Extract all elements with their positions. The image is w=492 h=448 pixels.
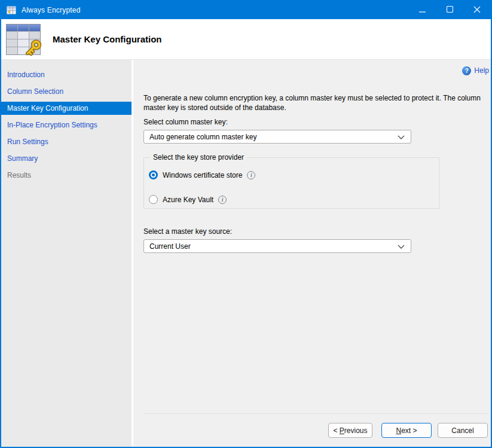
maximize-button[interactable]	[436, 1, 463, 19]
master-key-source-select[interactable]: Current User	[143, 239, 411, 253]
window-title: Always Encrypted	[22, 6, 81, 14]
radio-selected-icon[interactable]	[149, 170, 158, 179]
close-icon	[473, 6, 481, 15]
sidebar-item-in-place-encryption-settings[interactable]: In-Place Encryption Settings	[1, 118, 132, 132]
chevron-down-icon	[398, 242, 405, 251]
master-key-source-label: Select a master key source:	[143, 227, 489, 236]
chevron-down-icon	[398, 133, 405, 141]
previous-button-label: < Previous	[333, 426, 367, 435]
close-button[interactable]	[463, 1, 491, 19]
page-title: Master Key Configuration	[53, 34, 162, 44]
column-master-key-value: Auto generate column master key	[149, 133, 398, 141]
sidebar-item-master-key-configuration[interactable]: Master Key Configuration	[1, 102, 132, 115]
key-store-provider-group: Select the key store provider Windows ce…	[143, 153, 439, 209]
radio-unselected-icon[interactable]	[149, 195, 158, 204]
minimize-icon	[419, 6, 426, 14]
previous-button[interactable]: < Previous	[328, 423, 372, 438]
sidebar-item-introduction[interactable]: Introduction	[1, 68, 132, 81]
radio-windows-certificate-store[interactable]: Windows certificate store	[149, 170, 439, 180]
intro-text: To generate a new column encryption key,…	[143, 93, 489, 112]
info-icon[interactable]	[218, 196, 227, 204]
window-controls	[408, 1, 491, 19]
column-master-key-select[interactable]: Auto generate column master key	[143, 130, 411, 144]
wizard-footer: < Previous Next > Cancel	[143, 413, 489, 447]
key-store-provider-legend: Select the key store provider	[150, 153, 247, 161]
help-label: Help	[474, 66, 489, 75]
next-button[interactable]: Next >	[381, 423, 432, 438]
title-bar: Always Encrypted	[1, 1, 491, 19]
radio-windows-certificate-store-label: Windows certificate store	[163, 171, 242, 179]
sidebar-item-run-settings[interactable]: Run Settings	[1, 135, 132, 148]
table-key-icon	[7, 5, 16, 15]
minimize-button[interactable]	[408, 1, 436, 19]
master-key-table-icon	[6, 24, 41, 55]
radio-azure-key-vault[interactable]: Azure Key Vault	[149, 194, 439, 205]
sidebar-item-summary[interactable]: Summary	[1, 152, 132, 165]
radio-azure-key-vault-label: Azure Key Vault	[163, 196, 213, 204]
sidebar-item-results: Results	[1, 169, 132, 182]
always-encrypted-wizard-window: Always Encrypted	[0, 0, 492, 448]
help-link[interactable]: ? Help	[143, 66, 489, 75]
info-icon[interactable]	[247, 171, 255, 179]
main-content: ? Help To generate a new column encrypti…	[133, 60, 492, 447]
sidebar-item-column-selection[interactable]: Column Selection	[1, 85, 132, 98]
maximize-icon	[447, 6, 453, 14]
help-question-icon: ?	[462, 66, 471, 75]
master-key-source-value: Current User	[149, 242, 398, 251]
cancel-button[interactable]: Cancel	[438, 423, 488, 438]
cancel-button-label: Cancel	[451, 426, 473, 435]
wizard-steps-sidebar: Introduction Column Selection Master Key…	[1, 60, 133, 447]
next-button-label: Next >	[396, 426, 417, 435]
column-master-key-label: Select column master key:	[143, 118, 489, 126]
wizard-header: Master Key Configuration	[1, 19, 491, 60]
gold-key-icon	[23, 39, 42, 57]
